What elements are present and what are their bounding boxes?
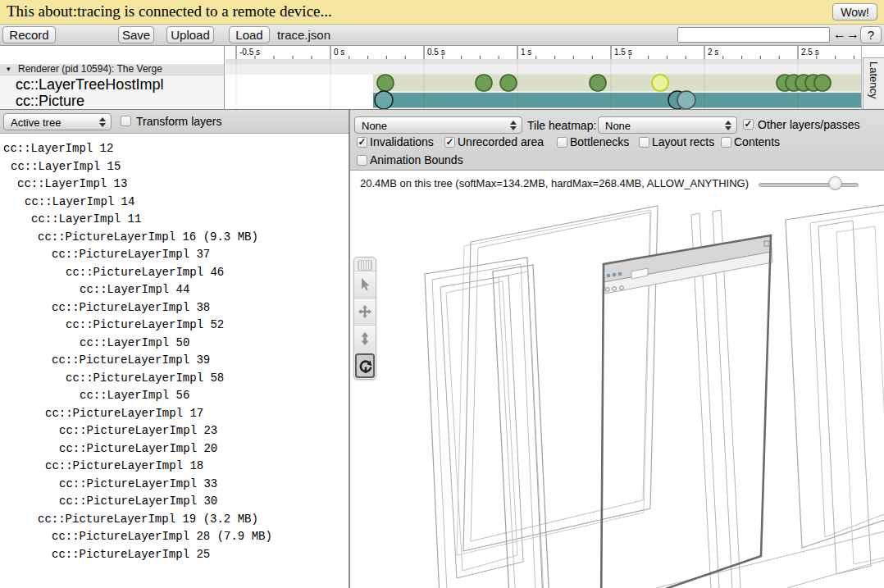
banner-text: This about:tracing is connected to a rem… [7,2,332,21]
layer-tree-row[interactable]: cc::PictureLayerImpl 19 (3.2 MB) [0,511,349,529]
layer-tree-row[interactable]: cc::PictureLayerImpl 37 [0,246,349,264]
ruler-label: 1.5 s [614,48,632,57]
layer-view-panel: None Tile heatmap: None Other layers/pas… [350,110,884,588]
layer-viewer: Active tree Transform layers cc::LayerIm… [0,110,884,588]
save-button[interactable]: Save [118,26,154,43]
other-layers-passes-checkbox[interactable] [743,119,754,130]
select-updown-arrows-icon [99,116,107,128]
layer-view-controls: None Tile heatmap: None Other layers/pas… [350,110,884,171]
pan-tool-button[interactable] [354,298,376,325]
select-tool-button[interactable] [354,271,376,298]
about-tracing-window: This about:tracing is connected to a rem… [0,0,884,588]
tracing-toolbar: Record Save Upload Load trace.json ← → ? [0,25,884,46]
cursor-arrow-icon [358,277,372,292]
ruler-label: 0 s [334,48,344,57]
layer-tree-row[interactable]: cc::LayerImpl 11 [0,211,349,229]
collapse-triangle-icon[interactable]: ▾ [7,64,11,75]
layer-tree-row[interactable]: cc::LayerImpl 14 [0,194,349,212]
layer-tree-row[interactable]: cc::LayerImpl 44 [0,281,349,299]
find-next-arrow-icon[interactable]: → [846,27,859,42]
vertical-arrows-icon [358,331,372,346]
select-updown-arrows-icon [725,120,732,131]
checkbox-label: Unrecorded area [458,135,544,148]
unrecorded-area-checkbox[interactable] [444,137,455,148]
track-label-layertreehostimpl: cc::LayerTreeHostImpl [16,76,163,93]
contents-checkbox[interactable] [721,137,731,148]
ruler-label: 0.5 s [427,48,445,57]
frame-event-dot[interactable] [500,75,517,91]
layer-tree-row[interactable]: cc::PictureLayerImpl 46 [0,264,349,282]
layer-tree-row[interactable]: cc::PictureLayerImpl 18 [0,458,349,476]
layer-tree-row[interactable]: cc::PictureLayerImpl 33 [0,476,349,494]
help-button[interactable]: ? [860,26,882,43]
ruler-label: 2.5 s [801,48,819,57]
bottlenecks-checkbox[interactable] [557,137,567,148]
remote-device-banner: This about:tracing is connected to a rem… [0,0,884,25]
layer-tree-row[interactable]: cc::LayerImpl 15 [0,158,349,176]
layer-tree-header: Active tree Transform layers [0,110,349,134]
zoom-tool-button[interactable] [354,325,376,352]
memory-usage-text: 20.4MB on this tree (softMax=134.2MB, ha… [360,177,749,189]
rotate-tool-button[interactable] [355,353,375,378]
trace-filename: trace.json [277,28,330,42]
record-button[interactable]: Record [2,26,56,43]
timeline-right-divider [861,46,862,110]
layer-impl-tree: cc::LayerImpl 12cc::LayerImpl 15cc::Laye… [0,135,349,588]
frame-event-dot[interactable] [476,75,492,91]
layer-tree-row[interactable]: cc::PictureLayerImpl 52 [0,317,349,335]
transform-layers-checkbox[interactable] [121,116,131,126]
layer-tree-row[interactable]: cc::PictureLayerImpl 38 [0,299,349,317]
process-title: Renderer (pid 10594): The Verge [18,64,162,75]
layer-tree-row[interactable]: cc::LayerImpl 12 [0,140,349,158]
layer-tree-panel: Active tree Transform layers cc::LayerIm… [0,110,349,588]
checkbox-label: Animation Bounds [370,153,463,166]
layer-tree-row[interactable]: cc::PictureLayerImpl 20 [0,440,349,458]
scale-slider-thumb[interactable] [828,176,842,190]
layer-tree-row[interactable]: cc::LayerImpl 50 [0,335,349,353]
process-header-renderer[interactable]: ▾ Renderer (pid 10594): The Verge [0,64,224,75]
layer-tree-row[interactable]: cc::PictureLayerImpl 16 (9.3 MB) [0,229,349,247]
search-input[interactable] [677,27,830,43]
layout-rects-checkbox[interactable] [639,137,649,148]
layer-tree-row[interactable]: cc::PictureLayerImpl 30 [0,493,349,511]
ruler-label: 2 s [708,48,718,57]
toolbar-grip-handle[interactable] [358,260,372,271]
timeline-panel: -0.5 s0 s0.5 s1 s1.5 s2 s2.5 s ▾ Rendere… [0,46,884,110]
ruler-label: 1 s [521,48,531,57]
rotate-tool-icon [358,359,373,374]
layer-tree-row[interactable]: cc::PictureLayerImpl 17 [0,405,349,423]
layer-quad[interactable] [463,206,658,551]
tile-heatmap-select[interactable]: None [598,116,737,134]
layer-tree-row[interactable]: cc::LayerImpl 56 [0,387,349,405]
invalidations-checkbox[interactable] [357,137,367,148]
layer-tree-row[interactable]: cc::PictureLayerImpl 39 [0,352,349,370]
frame-event-dot[interactable] [814,75,831,91]
layer-quad[interactable] [810,205,884,537]
checkbox-label: Invalidations [370,135,434,148]
load-button[interactable]: Load [229,26,270,43]
find-previous-arrow-icon[interactable]: ← [833,27,846,42]
layer-tree-row[interactable]: cc::LayerImpl 13 [0,175,349,194]
latency-tab-label: Latency [868,62,880,99]
picture-event-circle[interactable] [375,91,393,109]
tile-heatmap-label: Tile heatmap: [527,119,596,132]
layer-tree-row[interactable]: cc::PictureLayerImpl 28 (7.9 MB) [0,528,349,546]
frame-event-dot[interactable] [590,75,606,91]
layer-quad[interactable] [836,226,884,564]
slow-frame-event-dot[interactable] [652,75,668,91]
picture-event-circle[interactable] [677,91,695,109]
layer-tree-row[interactable]: cc::PictureLayerImpl 25 [0,546,349,564]
upload-button[interactable]: Upload [166,26,214,43]
layer-quad[interactable] [786,198,884,548]
track-label-area: cc::LayerTreeHostImpl cc::Picture [0,75,224,110]
frame-event-dot[interactable] [377,75,394,91]
layer-tree-row[interactable]: cc::PictureLayerImpl 58 [0,370,349,388]
latency-tab[interactable]: Latency [863,57,884,110]
tree-select[interactable]: Active tree [3,113,112,130]
animation-bounds-checkbox[interactable] [357,155,367,166]
scale-slider-track[interactable] [759,183,859,187]
show-what-select[interactable]: None [354,116,522,134]
layer-tree-row[interactable]: cc::PictureLayerImpl 23 [0,422,349,440]
layer-3d-view[interactable] [350,171,884,588]
wow-button[interactable]: Wow! [832,3,877,21]
